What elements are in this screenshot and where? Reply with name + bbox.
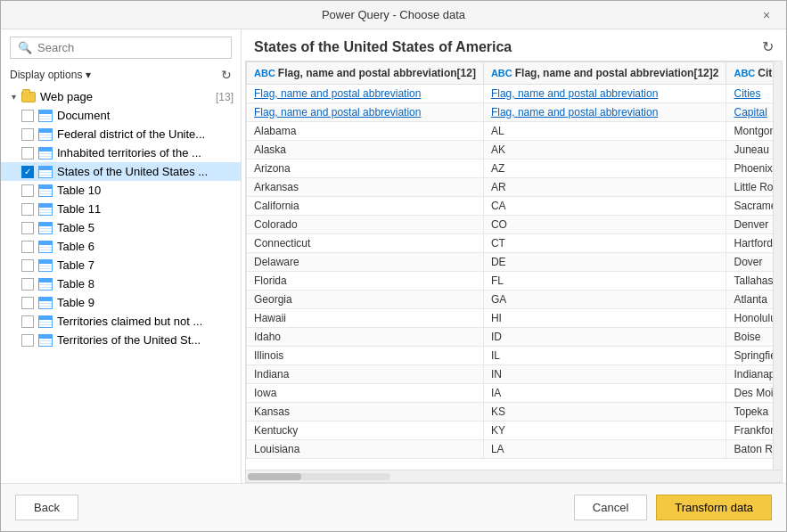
- table-cell-r9-c1: DE: [483, 253, 726, 272]
- table-cell-r0-c1: Flag, name and postal abbreviation: [483, 85, 726, 103]
- table-row[interactable]: IdahoIDBoise: [247, 328, 774, 347]
- table-row[interactable]: LouisianaLABaton Rouge: [247, 440, 774, 459]
- table-cell-r5-c2: Little Rock: [726, 178, 773, 197]
- tree-item-states[interactable]: States of the United States ...: [1, 162, 241, 181]
- tree-item-table10[interactable]: Table 10: [1, 181, 241, 200]
- tree-item-document[interactable]: Document: [1, 106, 241, 125]
- left-refresh-icon[interactable]: ↻: [221, 68, 232, 82]
- display-options-button[interactable]: Display options ▾: [10, 69, 91, 81]
- table-row[interactable]: CaliforniaCASacramento: [247, 197, 774, 216]
- col-type-icon: ABC: [734, 68, 755, 78]
- back-button[interactable]: Back: [15, 495, 78, 520]
- checkbox-table7[interactable]: [21, 259, 34, 272]
- table-row[interactable]: IowaIADes Moines: [247, 384, 774, 403]
- tree-item-label-table10: Table 10: [57, 184, 234, 197]
- checkbox-territories_claimed[interactable]: [21, 315, 34, 328]
- tree-item-table5[interactable]: Table 5: [1, 218, 241, 237]
- table-cell-r1-c1: Flag, name and postal abbreviation: [483, 103, 726, 122]
- table-icon-states: [38, 166, 53, 178]
- search-box[interactable]: 🔍: [10, 37, 232, 59]
- right-refresh-icon[interactable]: ↻: [762, 38, 774, 55]
- tree-item-label-table8: Table 8: [57, 277, 234, 291]
- table-row[interactable]: AlabamaALMontgomery: [247, 122, 774, 141]
- table-row[interactable]: FloridaFLTallahassee: [247, 272, 774, 291]
- checkbox-table11[interactable]: [21, 203, 34, 216]
- table-icon-document: [38, 110, 53, 122]
- tree-item-table9[interactable]: Table 9: [1, 293, 241, 312]
- checkbox-table8[interactable]: [21, 278, 34, 291]
- tree-root-label: Web page: [40, 90, 212, 103]
- table-row[interactable]: KansasKSTopeka: [247, 403, 774, 422]
- table-cell-r14-c0: Illinois: [247, 347, 484, 365]
- cancel-button[interactable]: Cancel: [574, 495, 647, 520]
- tree-item-table6[interactable]: Table 6: [1, 237, 241, 256]
- checkbox-table9[interactable]: [21, 297, 34, 309]
- table-cell-r15-c1: IN: [483, 365, 726, 384]
- table-cell-r17-c2: Topeka: [726, 403, 773, 422]
- table-cell-r17-c0: Kansas: [247, 403, 484, 422]
- tree-expand-icon[interactable]: ▾: [8, 92, 19, 102]
- checkbox-table6[interactable]: [21, 241, 34, 253]
- table-cell-r14-c1: IL: [483, 347, 726, 365]
- footer: Back Cancel Transform data: [1, 483, 786, 531]
- tree-root-count: [13]: [216, 91, 234, 103]
- table-cell-r13-c2: Boise: [726, 328, 773, 347]
- scrollbar-thumb[interactable]: [248, 473, 301, 480]
- table-row[interactable]: Flag, name and postal abbreviationFlag, …: [247, 103, 774, 122]
- table-scroll-area[interactable]: ABCFlag, name and postal abbreviation[12…: [246, 61, 773, 470]
- checkbox-states[interactable]: [21, 166, 34, 178]
- tree-item-label-territories_united: Territories of the United St...: [57, 333, 234, 347]
- table-row[interactable]: DelawareDEDover: [247, 253, 774, 272]
- table-row[interactable]: Flag, name and postal abbreviationFlag, …: [247, 85, 774, 103]
- table-cell-r16-c1: IA: [483, 384, 726, 403]
- table-row[interactable]: KentuckyKYFrankfort: [247, 422, 774, 440]
- table-row[interactable]: ConnecticutCTHartford: [247, 234, 774, 253]
- table-cell-r11-c2: Atlanta: [726, 291, 773, 309]
- tree-item-territories_claimed[interactable]: Territories claimed but not ...: [1, 312, 241, 331]
- tree-item-table8[interactable]: Table 8: [1, 274, 241, 293]
- tree-item-table11[interactable]: Table 11: [1, 200, 241, 218]
- table-cell-r11-c0: Georgia: [247, 291, 484, 309]
- checkbox-inhabited[interactable]: [21, 147, 34, 160]
- table-row[interactable]: ArkansasARLittle Rock: [247, 178, 774, 197]
- table-header-flag,-name-and-postal-abbrevia: ABCFlag, name and postal abbreviation[12…: [247, 62, 484, 85]
- tree-root-item[interactable]: ▾ Web page [13]: [1, 87, 241, 106]
- checkbox-federal[interactable]: [21, 128, 34, 141]
- tree-item-label-inhabited: Inhabited territories of the ...: [57, 146, 234, 160]
- tree-area: ▾ Web page [13] Document Federal distric…: [1, 87, 241, 483]
- table-cell-r10-c1: FL: [483, 272, 726, 291]
- table-icon-territories_united: [38, 334, 53, 347]
- checkbox-table10[interactable]: [21, 184, 34, 197]
- tree-item-federal[interactable]: Federal district of the Unite...: [1, 125, 241, 143]
- search-input[interactable]: [37, 41, 224, 54]
- right-panel: States of the United States of America ↻…: [242, 29, 786, 483]
- checkbox-document[interactable]: [21, 110, 34, 122]
- vertical-scrollbar[interactable]: [773, 61, 782, 470]
- table-cell-r4-c2: Phoenix: [726, 160, 773, 178]
- table-row[interactable]: GeorgiaGAAtlanta: [247, 291, 774, 309]
- table-row[interactable]: IndianaINIndianapolis: [247, 365, 774, 384]
- table-row[interactable]: IllinoisILSpringfield: [247, 347, 774, 365]
- table-row[interactable]: HawaiiHIHonolulu: [247, 309, 774, 328]
- tree-item-territories_united[interactable]: Territories of the United St...: [1, 331, 241, 349]
- checkbox-territories_united[interactable]: [21, 334, 34, 347]
- horizontal-scrollbar[interactable]: [246, 470, 782, 482]
- table-icon-territories_claimed: [38, 315, 53, 328]
- checkbox-table5[interactable]: [21, 222, 34, 234]
- table-row[interactable]: ArizonaAZPhoenix: [247, 160, 774, 178]
- table-cell-r11-c1: GA: [483, 291, 726, 309]
- table-cell-r12-c1: HI: [483, 309, 726, 328]
- table-header-flag,-name-and-postal-abbrevia: ABCFlag, name and postal abbreviation[12…: [483, 62, 726, 85]
- table-wrapper: ABCFlag, name and postal abbreviation[12…: [245, 61, 783, 483]
- table-row[interactable]: AlaskaAKJuneau: [247, 141, 774, 160]
- tree-item-inhabited[interactable]: Inhabited territories of the ...: [1, 143, 241, 162]
- transform-data-button[interactable]: Transform data: [656, 495, 772, 520]
- col-type-icon: ABC: [254, 68, 275, 78]
- main-content: 🔍 Display options ▾ ↻ ▾ Web page [13]: [1, 29, 786, 483]
- table-row[interactable]: ColoradoCODenver: [247, 216, 774, 234]
- display-options-label: Display options: [10, 69, 82, 81]
- tree-item-table7[interactable]: Table 7: [1, 256, 241, 274]
- table-cell-r15-c2: Indianapolis: [726, 365, 773, 384]
- table-icon-table9: [38, 297, 53, 309]
- close-button[interactable]: ×: [758, 6, 775, 24]
